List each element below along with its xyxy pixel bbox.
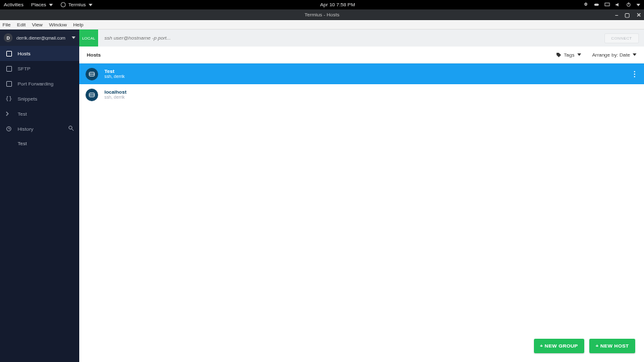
history-item[interactable]: Test [0,136,79,150]
svg-rect-2 [605,3,609,6]
sidebar-item-label: Hosts [18,51,30,57]
window-minimize-button[interactable]: – [615,12,618,18]
arrange-label: Arrange by: Date [592,52,630,58]
gnome-status-area[interactable] [583,2,640,8]
host-subtitle: ssh, derrik [104,95,126,100]
sidebar-item-hosts[interactable]: Hosts [0,46,79,61]
gnome-top-bar: Activities Places Termius Apr 10 7:58 PM [0,0,644,9]
controller-icon[interactable] [594,2,599,8]
new-group-button[interactable]: + NEW GROUP [534,339,584,353]
sidebar-item-label: SFTP [18,66,30,72]
gnome-activities[interactable]: Activities [4,2,24,8]
app-menu-bar: File Edit View Window Help [0,20,644,30]
host-subtitle: ssh, derrik [104,74,125,79]
tags-label: Tags [564,52,575,58]
window-title-bar: Termius - Hosts – ▢ ✕ [0,9,644,20]
window-title: Termius - Hosts [0,12,644,18]
new-host-button[interactable]: + NEW HOST [589,339,635,353]
sidebar-item-label: Snippets [18,96,37,102]
chevron-down-icon [49,4,53,6]
tags-filter[interactable]: Tags [556,52,581,58]
sidebar-item-label: Port Forwarding [18,81,53,87]
fab-area: + NEW GROUP + NEW HOST [534,339,635,353]
account-switcher[interactable]: D derrik.diener@gmail.com [0,30,79,46]
arrange-by[interactable]: Arrange by: Date [592,52,636,58]
sidebar-item-history[interactable]: History [0,121,79,136]
host-name: Test [104,69,125,74]
gnome-places[interactable]: Places [31,2,53,8]
host-name: localhost [104,89,126,95]
chevron-down-icon [72,36,75,39]
quick-connect-bar: LOCAL CONNECT [79,30,644,47]
svg-rect-1 [594,4,599,6]
sidebar-item-port-forwarding[interactable]: Port Forwarding [0,76,79,91]
snippets-icon: {} [5,96,13,102]
menu-file[interactable]: File [3,22,11,28]
hosts-icon [5,51,13,57]
menu-edit[interactable]: Edit [17,22,26,28]
sidebar-item-terminal-test[interactable]: Test [0,106,79,121]
svg-point-0 [60,3,65,7]
connect-button[interactable]: CONNECT [604,33,639,43]
hosts-heading: Hosts [87,52,101,58]
chevron-down-icon [633,53,636,56]
termius-app-icon [60,2,66,8]
chevron-down-icon [636,4,640,6]
gnome-app-menu[interactable]: Termius [60,2,92,8]
power-icon[interactable] [626,2,631,8]
hosts-list-header: Hosts Tags Arrange by: Date [79,47,644,63]
tag-icon [556,52,562,58]
dropbox-icon[interactable] [583,2,589,8]
window-close-button[interactable]: ✕ [636,12,641,18]
history-icon [5,126,13,132]
volume-icon[interactable] [615,2,621,8]
gnome-clock[interactable]: Apr 10 7:58 PM [92,2,583,8]
port-forwarding-icon [5,81,13,87]
sidebar-item-label: History [18,126,33,132]
sftp-icon [5,66,13,72]
host-row[interactable]: Test ssh, derrik [79,63,644,84]
quick-connect-input[interactable] [98,30,604,47]
sidebar-item-sftp[interactable]: SFTP [0,61,79,76]
sidebar-item-label: Test [18,111,27,117]
terminal-icon [5,111,13,117]
menu-help[interactable]: Help [73,22,83,28]
account-email: derrik.diener@gmail.com [16,36,68,40]
chevron-down-icon [577,53,581,56]
host-icon [86,68,98,80]
search-icon[interactable] [68,125,74,133]
host-icon [86,89,98,101]
host-row[interactable]: localhost ssh, derrik [79,84,644,105]
menu-window[interactable]: Window [49,22,67,28]
sidebar-item-snippets[interactable]: {} Snippets [0,91,79,106]
sidebar: D derrik.diener@gmail.com Hosts SFTP Por… [0,30,79,362]
main-content: LOCAL CONNECT Hosts Tags Arrange by: Dat… [79,30,644,362]
svg-line-7 [72,129,74,131]
avatar: D [4,33,13,42]
local-chip[interactable]: LOCAL [79,30,98,47]
screen-icon[interactable] [604,2,610,8]
host-more-button[interactable] [631,69,638,80]
window-maximize-button[interactable]: ▢ [625,12,630,18]
svg-point-6 [69,126,72,129]
menu-view[interactable]: View [32,22,43,28]
